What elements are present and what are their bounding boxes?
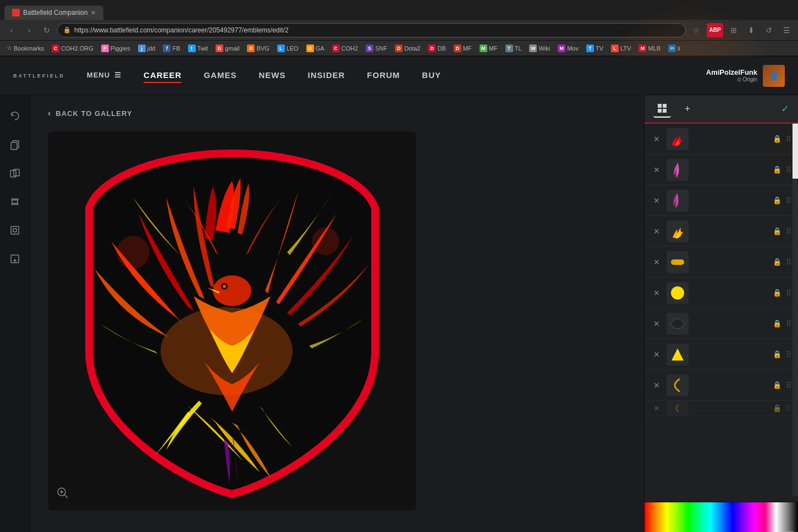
layer-lock-icon[interactable]: 🔒 — [773, 350, 782, 358]
bookmark-twit[interactable]: t Twit — [185, 43, 212, 53]
layer-delete-btn[interactable]: ✕ — [651, 404, 662, 413]
copy-button[interactable] — [5, 135, 25, 154]
layer-drag-handle[interactable]: ⠿ — [786, 135, 791, 143]
layer-drag-handle[interactable]: ⠿ — [786, 381, 791, 390]
layer-drag-handle[interactable]: ⠿ — [786, 350, 791, 359]
layer-lock-icon[interactable]: 🔒 — [773, 404, 782, 412]
layer-delete-btn[interactable]: ✕ — [651, 135, 662, 143]
forward-button[interactable]: › — [22, 23, 36, 37]
url-input[interactable]: 🔒 https://www.battlefield.com/companion/… — [57, 23, 686, 37]
emblem-svg — [67, 142, 397, 500]
layer-row[interactable]: ✕ 🔒 ⠿ — [645, 339, 798, 370]
layer-drag-handle[interactable]: ⠿ — [786, 319, 791, 328]
layer-drag-handle[interactable]: ⠿ — [786, 258, 791, 267]
bookmark-ltv[interactable]: L LTV — [608, 43, 634, 53]
layer-drag-handle[interactable]: ⠿ — [786, 196, 791, 205]
nav-career[interactable]: CAREER — [144, 68, 181, 83]
sync-button[interactable]: ↺ — [762, 23, 776, 37]
menu-button[interactable]: ☰ — [779, 23, 794, 37]
bookmark-jdd[interactable]: j jdd — [135, 43, 159, 53]
layers-button[interactable] — [653, 100, 671, 118]
bookmark-wiki[interactable]: W Wiki — [526, 43, 553, 53]
align-button[interactable] — [5, 192, 25, 212]
layer-lock-icon[interactable]: 🔒 — [773, 289, 782, 297]
layer-row[interactable]: ✕ 🔒 ⠿ — [645, 216, 798, 247]
back-to-gallery-link[interactable]: ‹ BACK TO GALLERY — [30, 95, 150, 131]
bookmark-db[interactable]: D DB — [425, 43, 449, 53]
active-tab[interactable]: Battlefield Companion ✕ — [4, 5, 103, 20]
layer-drag-handle[interactable]: ⠿ — [786, 404, 791, 413]
layer-row[interactable]: ✕ 🔒 ⠿ — [645, 308, 798, 339]
avatar[interactable]: 👤 — [763, 65, 785, 87]
layer-drag-handle[interactable]: ⠿ — [786, 165, 791, 174]
layer-drag-handle[interactable]: ⠿ — [786, 289, 791, 297]
move-layer-button[interactable] — [5, 249, 25, 269]
layer-delete-btn[interactable]: ✕ — [651, 350, 662, 359]
layer-lock-icon[interactable]: 🔒 — [773, 227, 782, 235]
bookmark-coh2[interactable]: C COH2 — [329, 43, 362, 53]
layer-row[interactable]: ✕ 🔒 ⠿ — [645, 247, 798, 278]
scrollbar-track[interactable] — [793, 124, 798, 496]
nav-forum[interactable]: FORUM — [367, 68, 400, 83]
bookmark-mlb[interactable]: M MLB — [635, 43, 664, 53]
bookmark-gmail[interactable]: G gmail — [212, 43, 243, 53]
layer-delete-btn[interactable]: ✕ — [651, 196, 662, 205]
nav-news[interactable]: NEWS — [258, 68, 285, 83]
user-profile[interactable]: AmiPolzelFunk ⊙ Origin 👤 — [706, 65, 785, 87]
bookmark-ga[interactable]: G GA — [303, 43, 328, 53]
download-button[interactable]: ⬇ — [744, 23, 758, 37]
layer-lock-icon[interactable]: 🔒 — [773, 135, 782, 143]
bookmark-dota2b[interactable]: D MF — [450, 43, 475, 53]
star-button[interactable]: ☆ — [689, 23, 703, 37]
zoom-button[interactable] — [57, 487, 69, 502]
bookmark-fb[interactable]: f FB — [159, 43, 183, 53]
layer-drag-handle[interactable]: ⠿ — [786, 227, 791, 236]
apps-button[interactable]: ⊞ — [727, 23, 741, 37]
layer-row[interactable]: ✕ 🔒 ⠿ — [645, 154, 798, 185]
bookmark-bvg[interactable]: B BVG — [244, 43, 272, 53]
confirm-button[interactable]: ✓ — [781, 103, 789, 115]
bookmark-coh2org[interactable]: C COH2.ORG — [48, 43, 97, 53]
bookmark-mf[interactable]: M MF — [476, 43, 501, 53]
bookmark-dota2a[interactable]: D Dota2 — [392, 43, 423, 53]
nav-insider[interactable]: INSIDER — [307, 68, 345, 83]
layer-delete-btn[interactable]: ✕ — [651, 289, 662, 297]
layer-lock-icon[interactable]: 🔒 — [773, 196, 782, 204]
resize-button[interactable] — [5, 220, 25, 240]
layer-delete-btn[interactable]: ✕ — [651, 258, 662, 267]
layer-row[interactable]: ✕ 🔒 ⠿ — [645, 124, 798, 154]
bookmark-li[interactable]: in li — [665, 43, 684, 53]
layer-delete-btn[interactable]: ✕ — [651, 165, 662, 174]
layer-delete-btn[interactable]: ✕ — [651, 319, 662, 328]
color-picker[interactable] — [645, 502, 798, 532]
scrollbar-thumb[interactable] — [793, 124, 798, 179]
bookmark-leo[interactable]: L LEO — [274, 43, 302, 53]
layer-row[interactable]: ✕ 🔒 ⠿ — [645, 401, 798, 416]
layer-row[interactable]: ✕ 🔒 ⠿ — [645, 185, 798, 216]
bookmark-snf[interactable]: S SNF — [362, 43, 390, 53]
reload-button[interactable]: ↻ — [40, 23, 54, 37]
nav-buy[interactable]: BUY — [422, 68, 441, 83]
bookmark-piggies[interactable]: P Piggies — [98, 43, 134, 53]
layer-lock-icon[interactable]: 🔒 — [773, 258, 782, 266]
layer-row[interactable]: ✕ 🔒 ⠿ — [645, 278, 798, 308]
color-gradient[interactable] — [645, 502, 798, 532]
layer-lock-icon[interactable]: 🔒 — [773, 381, 782, 389]
tab-close-btn[interactable]: ✕ — [91, 9, 96, 16]
layer-thumbnail — [667, 220, 689, 242]
undo-button[interactable] — [5, 106, 25, 126]
layer-delete-btn[interactable]: ✕ — [651, 381, 662, 390]
layer-delete-btn[interactable]: ✕ — [651, 227, 662, 236]
bookmark-tl[interactable]: T TL — [502, 43, 525, 53]
bookmark-tv[interactable]: T TV — [583, 43, 607, 53]
duplicate-button[interactable] — [5, 163, 25, 183]
add-layer-button[interactable]: + — [680, 101, 695, 117]
back-button[interactable]: ‹ — [4, 23, 19, 37]
bookmarks-folder[interactable]: ☆ Bookmarks — [3, 43, 47, 53]
nav-menu[interactable]: MENU ☰ — [87, 69, 122, 82]
layer-lock-icon[interactable]: 🔒 — [773, 165, 782, 174]
bookmark-mov[interactable]: M Mov — [554, 43, 582, 53]
nav-games[interactable]: GAMES — [203, 68, 236, 83]
layer-row[interactable]: ✕ 🔒 ⠿ — [645, 370, 798, 401]
layer-lock-icon[interactable]: 🔒 — [773, 319, 782, 328]
